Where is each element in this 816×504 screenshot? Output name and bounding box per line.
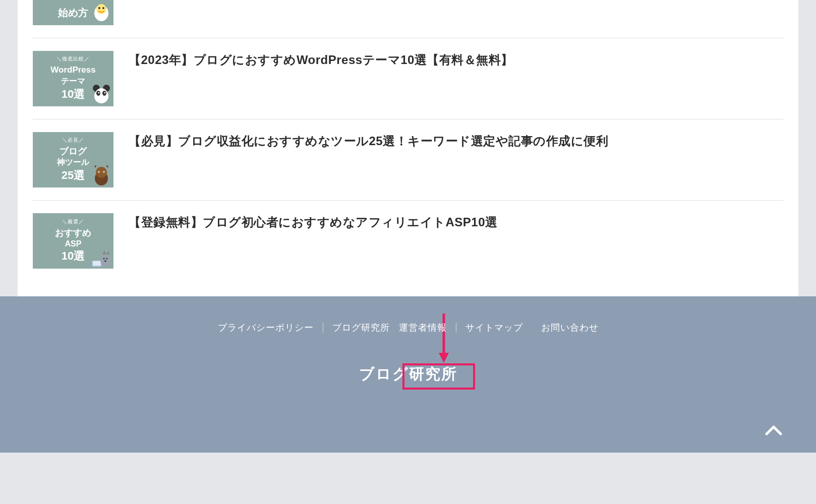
site-footer: プライバシーポリシー ブログ研究所 運営者情報 サイトマップ お問い合わせ ブロ… <box>0 296 816 453</box>
svg-point-22 <box>106 258 108 260</box>
thumb-count: 25選 <box>62 168 85 183</box>
thumb-line2: 神ツール <box>57 157 89 168</box>
thumb-tag: ＼必見／ <box>62 137 84 144</box>
article-item[interactable]: 始め方 <box>33 0 783 38</box>
divider-icon <box>323 323 323 333</box>
article-title: 【2023年】ブログにおすすめWordPressテーマ10選【有料＆無料】 <box>129 51 513 69</box>
character-icon <box>91 2 111 24</box>
article-item[interactable]: ＼徹底比較／ WordPress テーマ 10選 【2023年】ブログにおすすめ… <box>33 38 783 119</box>
character-icon <box>91 83 111 105</box>
article-thumbnail: ＼必見／ ブログ 神ツール 25選 <box>33 132 113 187</box>
svg-point-11 <box>104 92 106 94</box>
svg-point-16 <box>98 171 99 172</box>
article-title: 【登録無料】ブログ初心者におすすめなアフィリエイトASP10選 <box>129 213 498 231</box>
svg-point-21 <box>103 258 105 260</box>
svg-point-2 <box>98 7 100 9</box>
thumb-count: 10選 <box>62 87 85 102</box>
svg-point-3 <box>102 7 104 9</box>
thumb-line1: おすすめ <box>55 227 91 239</box>
character-icon <box>91 245 111 268</box>
article-list: 始め方 ＼徹底比較／ WordPress テーマ 10選 【2023年】ブログに… <box>18 0 798 296</box>
thumb-line2: ASP <box>65 239 82 248</box>
article-title: 【必見】ブログ収益化におすすめなツール25選！キーワード選定や記事の作成に便利 <box>129 132 608 150</box>
thumb-count: 10選 <box>62 248 85 264</box>
svg-point-23 <box>104 261 106 262</box>
article-thumbnail: ＼厳選／ おすすめ ASP 10選 <box>33 213 113 269</box>
svg-point-10 <box>98 92 100 94</box>
footer-link-privacy[interactable]: プライバシーポリシー <box>218 322 314 334</box>
article-thumbnail: ＼徹底比較／ WordPress テーマ 10選 <box>33 51 113 106</box>
footer-link-contact[interactable]: お問い合わせ <box>541 322 599 334</box>
thumb-line2: テーマ <box>61 76 85 87</box>
thumb-line1: ブログ <box>60 146 87 157</box>
article-item[interactable]: ＼厳選／ おすすめ ASP 10選 【登録無料】ブログ初心者におすすめなアフィリ… <box>33 201 783 281</box>
svg-rect-19 <box>93 261 101 266</box>
divider-icon <box>456 323 456 333</box>
article-item[interactable]: ＼必見／ ブログ 神ツール 25選 【必見】ブログ収益化におすすめなツール25選… <box>33 119 783 201</box>
footer-site-title: ブログ研究所 <box>0 364 816 385</box>
chevron-up-icon <box>765 425 783 436</box>
thumb-tag: ＼徹底比較／ <box>56 55 90 62</box>
footer-link-blog-lab[interactable]: ブログ研究所 <box>332 322 390 334</box>
thumb-line1: 始め方 <box>58 6 88 19</box>
footer-link-operator[interactable]: 運営者情報 <box>399 322 447 334</box>
thumb-line1: WordPress <box>50 65 95 76</box>
svg-point-13 <box>96 167 107 178</box>
svg-point-17 <box>103 171 104 172</box>
character-icon <box>91 164 111 186</box>
article-thumbnail: 始め方 <box>33 0 113 25</box>
back-to-top-button[interactable] <box>762 418 786 443</box>
footer-nav: プライバシーポリシー ブログ研究所 運営者情報 サイトマップ お問い合わせ <box>0 322 816 334</box>
footer-link-sitemap[interactable]: サイトマップ <box>465 322 523 334</box>
thumb-tag: ＼厳選／ <box>62 218 84 225</box>
